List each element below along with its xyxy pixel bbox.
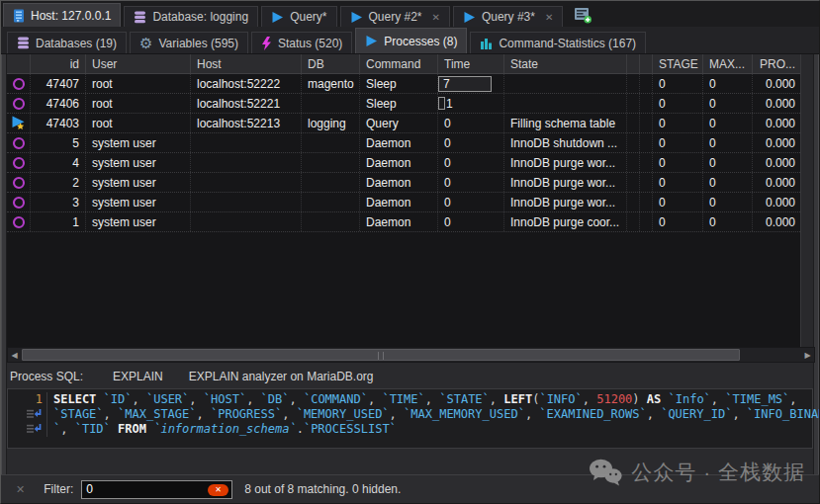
clear-filter-icon[interactable]: ✕	[16, 483, 25, 496]
app-window: Host: 127.0.0.1Database: loggingQuery*Qu…	[0, 0, 820, 504]
tab-processes[interactable]: Processes (8)	[355, 28, 467, 53]
cell-max_stage: 0	[703, 173, 753, 192]
cell-max_stage: 0	[703, 133, 753, 152]
cell-id: 47406	[31, 94, 86, 113]
column-header-max_stage[interactable]: MAX...	[703, 54, 753, 73]
focused-cell[interactable]: 7	[438, 76, 492, 92]
tab-host[interactable]: Host: 127.0.0.1	[3, 3, 121, 27]
vertical-scrollbar[interactable]	[800, 54, 813, 347]
sleep-icon	[12, 156, 26, 170]
cell-state: InnoDB purge wor...	[504, 173, 627, 192]
column-header-host[interactable]: Host	[191, 54, 302, 73]
tab-label: Host: 127.0.0.1	[31, 9, 111, 23]
scrollbar-grip	[378, 352, 384, 360]
column-header-state[interactable]: State	[504, 54, 627, 73]
filter-clear-button[interactable]: ✕	[208, 484, 228, 496]
cell-icon	[7, 193, 31, 211]
column-header-icon[interactable]	[7, 54, 31, 73]
cell-icon	[7, 114, 31, 132]
process-row[interactable]: 47407rootlocalhost:52222magentoSleep7000…	[7, 74, 800, 94]
column-header-command[interactable]: Command	[360, 54, 438, 73]
new-query-icon	[574, 7, 592, 24]
process-row[interactable]: 47406rootlocalhost:52221Sleep1000.0001	[7, 94, 800, 114]
cell-sp2	[640, 193, 653, 211]
cell-state	[504, 94, 627, 113]
column-header-stage[interactable]: STAGE	[653, 54, 703, 73]
cell-db	[302, 94, 360, 113]
process-row[interactable]: 3system userDaemon0InnoDB purge wor...00…	[7, 193, 800, 212]
filter-label: Filter:	[44, 482, 73, 496]
cell-db	[302, 212, 360, 231]
process-grid-panel: idUserHostDBCommandTimeStateSTAGEMAX...P…	[1, 54, 819, 347]
cell-command: Query	[360, 114, 438, 132]
close-tab-icon[interactable]: ✕	[545, 12, 553, 23]
column-header-db[interactable]: DB	[302, 54, 360, 73]
tab-label: Query #2*	[369, 10, 422, 24]
sql-code: `STAGE`, `MAX_STAGE`, `PROGRESS`, `MEMOR…	[47, 407, 820, 422]
process-row[interactable]: 47403rootlocalhost:52213loggingQuery0Fil…	[7, 114, 800, 133]
cell-time: 0	[438, 193, 504, 211]
horizontal-scrollbar[interactable]: ◀ ▶	[7, 347, 815, 363]
cell-command: Daemon	[360, 153, 438, 172]
column-header-user[interactable]: User	[86, 54, 191, 73]
scroll-left-arrow-icon[interactable]: ◀	[8, 348, 21, 362]
tab-query-3[interactable]: Query #3*✕	[453, 6, 563, 27]
cell-time: 0	[438, 153, 504, 172]
cell-sp2	[640, 94, 653, 113]
cell-stage: 0	[653, 212, 703, 231]
cell-command: Daemon	[360, 133, 438, 152]
secondary-tab-bar: Databases (19)⚙Variables (595)Status (52…	[1, 27, 819, 54]
cell-max_stage: 0	[703, 212, 753, 231]
tab-status[interactable]: Status (520)	[251, 32, 352, 53]
process-row[interactable]: 1system userDaemon0InnoDB purge coor...0…	[7, 212, 800, 232]
tab-command-statistics[interactable]: Command-Statistics (167)	[470, 32, 646, 53]
process-row[interactable]: 5system userDaemon0InnoDB shutdown ...00…	[7, 133, 800, 153]
tab-database-logging[interactable]: Database: logging	[124, 6, 258, 27]
cell-max_stage: 0	[703, 114, 753, 132]
tab-query-1[interactable]: Query*	[261, 6, 336, 27]
cell-sp2	[640, 114, 653, 132]
tab-label: Command-Statistics (167)	[499, 37, 636, 50]
tab-query-2[interactable]: Query #2*✕	[340, 6, 450, 27]
watermark: 公众号 · 全栈数据	[589, 459, 805, 486]
cell-user: system user	[86, 153, 191, 172]
cell-time: 0	[438, 133, 504, 152]
tab-label: Databases (19)	[36, 37, 117, 50]
column-header-sp1[interactable]	[627, 54, 640, 73]
cell-icon	[7, 133, 31, 152]
database-icon	[17, 37, 30, 49]
scroll-right-arrow-icon[interactable]: ▶	[801, 348, 814, 362]
cell-max_stage: 0	[703, 153, 753, 172]
scrollbar-thumb[interactable]	[22, 349, 740, 361]
sql-editor[interactable]: 1SELECT `ID`, `USER`, `HOST`, `DB`, `COM…	[7, 388, 813, 449]
play-icon	[365, 35, 378, 47]
new-query-tab-button[interactable]	[574, 7, 592, 24]
cell-state: InnoDB shutdown ...	[504, 133, 627, 152]
cell-sp1	[627, 173, 640, 192]
tab-label: Query #3*	[482, 10, 535, 24]
cell-stage: 0	[653, 193, 703, 211]
tab-databases[interactable]: Databases (19)	[7, 32, 127, 53]
primary-tab-bar: Host: 127.0.0.1Database: loggingQuery*Qu…	[1, 1, 819, 27]
cell-state: InnoDB purge wor...	[504, 153, 627, 172]
tab-variables[interactable]: ⚙Variables (595)	[130, 32, 248, 53]
cell-progress: 0.000	[753, 94, 800, 113]
explain-link[interactable]: EXPLAIN	[113, 370, 163, 383]
process-row[interactable]: 2system userDaemon0InnoDB purge wor...00…	[7, 173, 800, 193]
process-row[interactable]: 4system userDaemon0InnoDB purge wor...00…	[7, 153, 800, 173]
cell-db	[302, 173, 360, 192]
column-header-id[interactable]: id	[31, 54, 86, 73]
process-sql-label: Process SQL:	[10, 370, 83, 383]
explain-analyzer-link[interactable]: EXPLAIN analyzer on MariaDB.org	[189, 370, 374, 383]
cell-user: system user	[86, 212, 191, 231]
cell-db	[302, 153, 360, 172]
column-header-time[interactable]: Time	[438, 54, 504, 73]
cell-progress: 0.000	[753, 212, 800, 231]
cell-progress: 0.000	[753, 133, 800, 152]
column-header-sp2[interactable]	[640, 54, 653, 73]
cell-stage: 0	[653, 114, 703, 132]
close-tab-icon[interactable]: ✕	[432, 12, 440, 23]
cell-host	[191, 212, 302, 231]
cell-user: system user	[86, 173, 191, 192]
column-header-progress[interactable]: PRO...	[753, 54, 800, 73]
